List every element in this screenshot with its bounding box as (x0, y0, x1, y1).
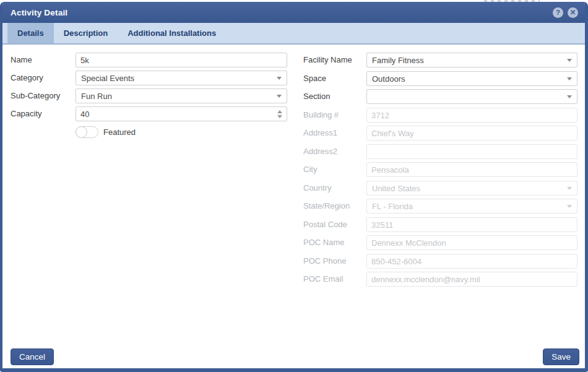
postal-code-label: Postal Code (303, 217, 347, 232)
sub-category-label: Sub-Category (11, 89, 60, 103)
featured-label: Featured (103, 126, 136, 138)
details-form: Name Category Special Events Sub-Categor… (2, 45, 585, 370)
country-value: United States (372, 184, 563, 193)
chevron-down-icon (567, 187, 572, 190)
chevron-down-icon (567, 59, 572, 62)
close-icon[interactable]: ✕ (568, 7, 578, 18)
section-label: Section (303, 89, 330, 104)
space-value: Outdoors (372, 74, 563, 84)
state-region-label: State/Region (303, 199, 350, 214)
capacity-input[interactable] (76, 106, 287, 121)
tab-additional-installations[interactable]: Additional Installations (118, 23, 226, 43)
facility-name-select[interactable]: Family Fitness (366, 53, 577, 67)
save-button[interactable]: Save (543, 348, 579, 365)
tab-details[interactable]: Details (7, 23, 54, 43)
country-select: United States (366, 181, 577, 196)
city-label: City (303, 162, 317, 177)
poc-name-label: POC Name (303, 235, 344, 250)
building-number-input (366, 108, 577, 123)
poc-name-input (366, 235, 577, 250)
help-icon[interactable]: ? (553, 7, 563, 18)
featured-toggle[interactable] (76, 126, 98, 138)
category-value: Special Events (81, 74, 273, 83)
poc-email-label: POC Email (303, 272, 343, 287)
chevron-down-icon (277, 77, 282, 80)
facility-name-value: Family Fitness (372, 56, 563, 65)
state-region-value: FL - Florida (372, 202, 563, 211)
space-select[interactable]: Outdoors (366, 71, 577, 86)
chevron-down-icon (567, 77, 572, 80)
facility-name-label: Facility Name (303, 53, 352, 67)
dialog-titlebar: Activity Detail ? ✕ (2, 2, 585, 23)
category-label: Category (11, 71, 43, 85)
state-region-select: FL - Florida (366, 199, 577, 214)
tab-description[interactable]: Description (54, 23, 118, 43)
section-select[interactable] (366, 89, 577, 104)
spinner-up-icon[interactable] (277, 110, 282, 113)
chevron-down-icon (277, 95, 282, 98)
tab-strip: Details Description Additional Installat… (2, 23, 585, 45)
city-input (366, 162, 577, 177)
address2-input (366, 144, 577, 159)
chevron-down-icon (567, 95, 572, 98)
activity-detail-dialog: Activity Detail ? ✕ Details Description … (0, 2, 588, 372)
address1-label: Address1 (303, 126, 337, 141)
toggle-knob-icon (76, 126, 87, 138)
space-label: Space (303, 71, 326, 86)
sub-category-select[interactable]: Fun Run (76, 89, 287, 103)
spinner-down-icon[interactable] (277, 115, 282, 118)
poc-email-input (366, 272, 577, 287)
poc-phone-input (366, 254, 577, 269)
name-input[interactable] (76, 53, 287, 67)
country-label: Country (303, 181, 332, 196)
chevron-down-icon (567, 205, 572, 208)
capacity-label: Capacity (11, 106, 42, 121)
address1-input (366, 126, 577, 141)
postal-code-input (366, 217, 577, 232)
name-label: Name (11, 53, 32, 67)
cancel-button[interactable]: Cancel (11, 348, 54, 365)
sub-category-value: Fun Run (81, 92, 273, 101)
address2-label: Address2 (303, 144, 337, 159)
dialog-title: Activity Detail (11, 8, 67, 17)
building-number-label: Building # (303, 108, 339, 123)
capacity-spinner[interactable] (274, 106, 286, 121)
poc-phone-label: POC Phone (303, 254, 346, 269)
category-select[interactable]: Special Events (76, 71, 287, 85)
